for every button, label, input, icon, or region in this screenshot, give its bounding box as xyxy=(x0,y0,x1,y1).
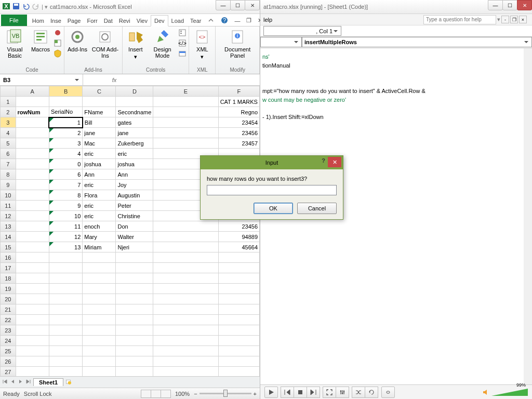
cell[interactable]: jane xyxy=(83,128,116,138)
cell[interactable]: eric xyxy=(83,211,116,221)
cell[interactable] xyxy=(218,367,259,377)
zoom-level[interactable]: 100% xyxy=(175,391,190,397)
vbe-mdi-restore-icon[interactable]: ❐ xyxy=(510,16,518,23)
cell[interactable]: 23456 xyxy=(218,221,259,232)
cell[interactable] xyxy=(153,367,218,377)
cell[interactable] xyxy=(49,284,82,294)
new-sheet-icon[interactable] xyxy=(65,379,71,385)
cell[interactable]: enoch xyxy=(83,221,116,232)
cell[interactable] xyxy=(116,346,153,356)
cell[interactable] xyxy=(49,315,82,325)
cell[interactable] xyxy=(83,294,116,304)
cell[interactable] xyxy=(16,117,49,128)
tab-review[interactable]: Revi xyxy=(116,16,134,26)
tab-data[interactable]: Dat xyxy=(101,16,116,26)
stop-icon[interactable] xyxy=(294,387,307,398)
cell[interactable] xyxy=(83,284,116,294)
cell[interactable] xyxy=(16,97,49,107)
cell[interactable] xyxy=(116,97,153,107)
cell[interactable] xyxy=(116,356,153,367)
cell[interactable] xyxy=(16,273,49,284)
cell[interactable] xyxy=(16,356,49,367)
cell[interactable] xyxy=(83,97,116,107)
cell[interactable] xyxy=(153,346,218,356)
cell[interactable]: joshua xyxy=(83,159,116,169)
cell[interactable] xyxy=(153,128,218,138)
save-icon[interactable] xyxy=(12,2,20,11)
insert-control-button[interactable]: Insert▾ xyxy=(125,28,147,61)
cell[interactable] xyxy=(153,263,218,273)
document-panel-button[interactable]: iDocument Panel xyxy=(218,28,257,60)
view-buttons[interactable] xyxy=(141,390,171,398)
addins-button[interactable]: Add-Ins xyxy=(66,28,88,54)
cell[interactable]: 10 xyxy=(49,211,82,221)
cell[interactable] xyxy=(153,315,218,325)
maximize-button[interactable]: ☐ xyxy=(230,0,245,10)
cell[interactable] xyxy=(153,252,218,263)
cell[interactable] xyxy=(153,242,218,252)
vbe-object-dropdown[interactable] xyxy=(260,37,302,47)
cell[interactable] xyxy=(49,97,82,107)
cell[interactable]: Don xyxy=(116,221,153,232)
cell[interactable] xyxy=(16,284,49,294)
cell[interactable] xyxy=(153,221,218,232)
cell[interactable]: 8 xyxy=(49,190,82,201)
cell[interactable] xyxy=(116,273,153,284)
vbe-procedure-dropdown[interactable]: insertMultipleRows xyxy=(302,37,532,47)
cell[interactable]: 3 xyxy=(49,138,82,149)
cell[interactable] xyxy=(16,325,49,336)
cell[interactable]: 1 xyxy=(49,117,82,128)
cell[interactable] xyxy=(49,346,82,356)
cell[interactable] xyxy=(49,263,82,273)
cell[interactable] xyxy=(153,273,218,284)
cell[interactable]: 23456 xyxy=(218,128,259,138)
cell[interactable]: Ann xyxy=(116,169,153,180)
cell[interactable] xyxy=(16,128,49,138)
cell[interactable] xyxy=(16,221,49,232)
tab-developer[interactable]: Dev xyxy=(151,15,168,26)
xml-button[interactable]: <>XML▾ xyxy=(191,28,213,61)
cell[interactable]: Secondname xyxy=(116,107,153,117)
view-code-icon[interactable]: </> xyxy=(178,39,187,48)
cell[interactable] xyxy=(49,273,82,284)
cell[interactable]: 9 xyxy=(49,201,82,211)
undo-icon[interactable] xyxy=(22,2,30,11)
help-icon[interactable]: ? xyxy=(218,15,231,26)
dropdown-icon[interactable] xyxy=(332,28,339,34)
shuffle-icon[interactable] xyxy=(352,387,365,398)
cell[interactable] xyxy=(218,273,259,284)
cell[interactable] xyxy=(83,346,116,356)
cell[interactable] xyxy=(83,252,116,263)
next-icon[interactable] xyxy=(307,387,320,398)
cell[interactable] xyxy=(16,211,49,221)
sheet-tab-sheet1[interactable]: Sheet1 xyxy=(33,378,63,386)
link-icon[interactable] xyxy=(381,387,395,398)
cell[interactable] xyxy=(153,232,218,242)
cell[interactable] xyxy=(116,367,153,377)
cell[interactable]: Augustin xyxy=(116,190,153,201)
cell[interactable] xyxy=(83,336,116,346)
cell[interactable] xyxy=(218,315,259,325)
tab-next-icon[interactable] xyxy=(18,379,23,385)
cell[interactable] xyxy=(16,304,49,315)
cell[interactable] xyxy=(16,149,49,159)
cell[interactable] xyxy=(116,263,153,273)
ok-button[interactable]: OK xyxy=(254,203,293,214)
tab-formulas[interactable]: Forr xyxy=(84,16,100,26)
cell[interactable] xyxy=(116,315,153,325)
cell[interactable] xyxy=(16,367,49,377)
cell[interactable] xyxy=(116,325,153,336)
zoom-slider[interactable]: −+ xyxy=(194,391,257,397)
cell[interactable]: Mary xyxy=(83,232,116,242)
tab-file[interactable]: File xyxy=(1,15,27,26)
cell[interactable] xyxy=(153,284,218,294)
cell[interactable] xyxy=(16,252,49,263)
cell[interactable] xyxy=(218,336,259,346)
cell[interactable] xyxy=(16,315,49,325)
cell[interactable] xyxy=(83,273,116,284)
use-relative-icon[interactable] xyxy=(54,39,62,48)
tab-first-icon[interactable] xyxy=(2,379,8,385)
cell[interactable] xyxy=(153,138,218,149)
cell[interactable] xyxy=(218,263,259,273)
cell[interactable]: 2 xyxy=(49,128,82,138)
